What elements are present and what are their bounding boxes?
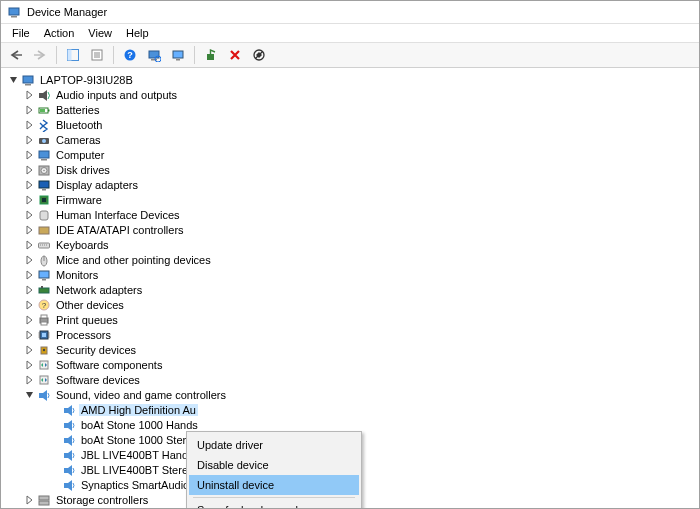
category-item[interactable]: Security devices [5,342,699,357]
category-item[interactable]: Bluetooth [5,117,699,132]
expand-toggle[interactable] [23,284,35,296]
properties-button[interactable] [86,44,108,66]
app-icon [7,5,21,19]
category-label: Software devices [54,374,142,386]
svg-text:?: ? [127,50,133,60]
category-label: Other devices [54,299,126,311]
chip-icon [36,192,51,207]
expand-toggle[interactable] [23,149,35,161]
menu-action[interactable]: Action [37,26,82,40]
expand-toggle[interactable] [23,209,35,221]
device-item[interactable]: boAt Stone 1000 Hands [5,417,699,432]
ctx-disable-device[interactable]: Disable device [189,455,359,475]
update-driver-button[interactable] [167,44,189,66]
category-item[interactable]: Display adapters [5,177,699,192]
category-item[interactable]: Other devices [5,297,699,312]
category-item[interactable]: Firmware [5,192,699,207]
display-icon [36,177,51,192]
sound-icon [61,402,76,417]
cpu-icon [36,327,51,342]
expand-toggle[interactable] [23,224,35,236]
category-item[interactable]: Disk drives [5,162,699,177]
device-label: Synaptics SmartAudio H [79,479,202,491]
category-item[interactable]: Human Interface Devices [5,207,699,222]
toolbar-separator [56,46,57,64]
category-item[interactable]: Computer [5,147,699,162]
category-item[interactable]: Batteries [5,102,699,117]
expand-toggle[interactable] [23,359,35,371]
category-item[interactable]: Mice and other pointing devices [5,252,699,267]
forward-button[interactable] [29,44,51,66]
device-tree[interactable]: LAPTOP-9I3IU28B Audio inputs and outputs… [1,68,699,508]
expand-toggle[interactable] [23,329,35,341]
category-item[interactable]: Monitors [5,267,699,282]
category-label: IDE ATA/ATAPI controllers [54,224,186,236]
expand-toggle[interactable] [23,254,35,266]
category-item[interactable]: Print queues [5,312,699,327]
expand-toggle[interactable] [23,344,35,356]
window-title: Device Manager [27,6,107,18]
net-icon [36,282,51,297]
scan-hardware-button[interactable] [143,44,165,66]
expand-toggle[interactable] [23,299,35,311]
expand-toggle[interactable] [23,119,35,131]
show-hide-tree-button[interactable] [62,44,84,66]
expand-toggle[interactable] [23,239,35,251]
category-item[interactable]: Software components [5,357,699,372]
expand-toggle[interactable] [23,269,35,281]
menu-file[interactable]: File [5,26,37,40]
back-button[interactable] [5,44,27,66]
category-label: Processors [54,329,113,341]
ctx-uninstall-device[interactable]: Uninstall device [189,475,359,495]
help-button[interactable]: ? [119,44,141,66]
tree-root[interactable]: LAPTOP-9I3IU28B [5,72,699,87]
expand-toggle[interactable] [23,389,35,401]
category-label: Sound, video and game controllers [54,389,228,401]
category-label: Storage controllers [54,494,150,506]
ctx-scan-hardware[interactable]: Scan for hardware changes [189,500,359,508]
expand-toggle[interactable] [23,194,35,206]
category-item[interactable]: Audio inputs and outputs [5,87,699,102]
category-item[interactable]: IDE ATA/ATAPI controllers [5,222,699,237]
toolbar-separator [113,46,114,64]
print-icon [36,312,51,327]
toolbar-separator [194,46,195,64]
expand-toggle[interactable] [23,374,35,386]
category-item[interactable]: Cameras [5,132,699,147]
expand-toggle[interactable] [23,104,35,116]
sound-icon [61,462,76,477]
category-label: Monitors [54,269,100,281]
enable-device-button[interactable] [200,44,222,66]
expand-toggle[interactable] [7,74,19,86]
uninstall-device-button[interactable] [224,44,246,66]
disk-icon [36,162,51,177]
category-label: Audio inputs and outputs [54,89,179,101]
device-label: boAt Stone 1000 Hands [79,419,200,431]
expand-toggle[interactable] [23,89,35,101]
device-item[interactable]: AMD High Definition Au [5,402,699,417]
menu-view[interactable]: View [81,26,119,40]
expand-toggle[interactable] [23,314,35,326]
category-item[interactable]: Software devices [5,372,699,387]
category-item[interactable]: Network adapters [5,282,699,297]
sw-icon [36,372,51,387]
category-label: Batteries [54,104,101,116]
other-icon [36,297,51,312]
category-label: Print queues [54,314,120,326]
category-item[interactable]: Processors [5,327,699,342]
category-label: Software components [54,359,164,371]
expand-toggle[interactable] [23,179,35,191]
storage-icon [36,492,51,507]
expand-toggle[interactable] [23,164,35,176]
disable-device-button[interactable] [248,44,270,66]
ctx-separator [193,497,355,498]
sound-icon [61,432,76,447]
ctx-update-driver[interactable]: Update driver [189,435,359,455]
title-bar: Device Manager [1,1,699,24]
expand-toggle[interactable] [23,134,35,146]
category-item[interactable]: Keyboards [5,237,699,252]
expand-toggle[interactable] [23,494,35,506]
menu-help[interactable]: Help [119,26,156,40]
category-label: Display adapters [54,179,140,191]
category-sound[interactable]: Sound, video and game controllers [5,387,699,402]
